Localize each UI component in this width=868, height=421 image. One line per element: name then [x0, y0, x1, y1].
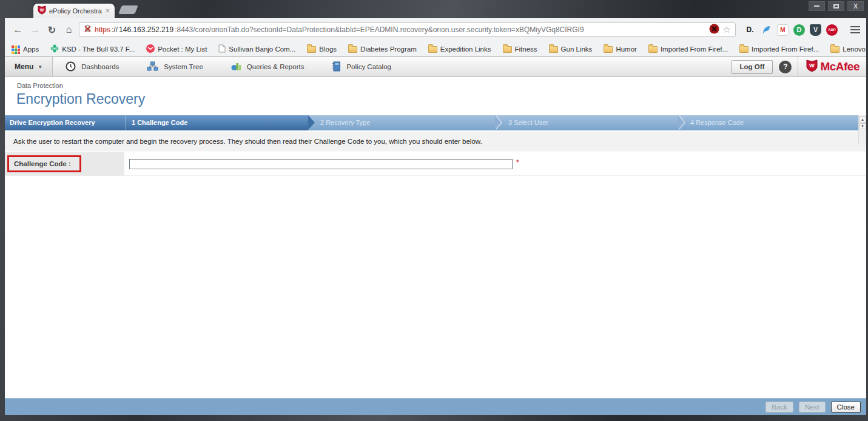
mcafee-favicon-icon: W: [38, 5, 46, 17]
extension-icons: D. M D V ABP: [744, 24, 838, 36]
apps-grid-icon: [12, 45, 14, 48]
bookmarks-bar: Apps KSD - The Bull 93.7 F... Pocket : M…: [5, 41, 866, 57]
folder-icon: [739, 46, 749, 53]
chrome-menu-icon[interactable]: [850, 24, 860, 35]
chevron-down-icon: ▼: [38, 64, 42, 70]
wizard-steps-bar: Drive Encryption Recovery 1 Challenge Co…: [5, 115, 858, 130]
extension-adblock-icon[interactable]: ABP: [826, 24, 838, 36]
folder-icon: [503, 46, 512, 53]
blocked-content-icon[interactable]: [709, 24, 719, 36]
ksd-icon: [50, 44, 59, 54]
maximize-button[interactable]: [828, 1, 844, 11]
pocket-icon: [146, 44, 155, 54]
svg-text:W: W: [809, 62, 815, 69]
scroll-up-icon[interactable]: ▲: [860, 116, 866, 123]
reload-icon[interactable]: ↻: [45, 24, 59, 36]
bookmark-item[interactable]: Pocket : My List: [146, 44, 207, 54]
form-field-column: *: [124, 152, 866, 175]
bookmark-star-icon[interactable]: ☆: [723, 24, 731, 35]
url-scheme: https: [95, 25, 110, 34]
content-scrollbar[interactable]: ▲ ▼: [858, 115, 866, 144]
wizard-step-3-select-user: 3 Select User: [496, 115, 679, 130]
bookmark-folder[interactable]: Lenovo: [830, 45, 866, 53]
folder-icon: [348, 46, 357, 53]
content-blank-area: [5, 176, 866, 398]
url-host: 146.163.252.219: [119, 25, 173, 34]
broken-https-lock-icon[interactable]: [84, 24, 92, 35]
bookmark-folder[interactable]: Blogs: [307, 45, 337, 53]
extension-green-d-icon[interactable]: D: [793, 24, 805, 36]
log-off-button[interactable]: Log Off: [732, 60, 773, 74]
mcafee-shield-icon: W: [806, 59, 818, 75]
system-tree-icon: [147, 61, 158, 73]
folder-icon: [648, 46, 658, 53]
home-icon[interactable]: ⌂: [62, 24, 76, 35]
folder-icon: [307, 46, 316, 53]
policy-catalog-icon: [332, 61, 341, 73]
bookmark-folder[interactable]: Fitness: [503, 45, 537, 53]
bookmark-folder[interactable]: Gun Links: [549, 45, 593, 53]
instruction-text: Ask the user to restart the computer and…: [5, 131, 866, 151]
extension-shield-v-icon[interactable]: V: [810, 24, 821, 36]
back-icon[interactable]: ←: [11, 24, 25, 35]
bookmark-folder[interactable]: Humor: [604, 45, 637, 53]
close-window-button[interactable]: X: [847, 1, 864, 11]
bookmark-folder[interactable]: Diabetes Program: [348, 45, 417, 53]
window-controls: X: [809, 1, 864, 11]
bookmark-folder[interactable]: Expedition Links: [428, 45, 491, 53]
menu-button[interactable]: Menu ▼: [5, 57, 53, 76]
extension-feather-icon[interactable]: [761, 24, 772, 36]
epo-navbar: Menu ▼ Dashboards System Tree Queries & …: [5, 57, 866, 77]
folder-icon: [428, 46, 437, 53]
required-marker: *: [516, 158, 519, 167]
wizard-step-1-challenge-code[interactable]: 1 Challenge Code: [126, 115, 308, 130]
wizard-step-2-recovery-type: 2 Recovery Type: [308, 115, 496, 130]
new-tab-button[interactable]: [118, 5, 138, 14]
browser-tab[interactable]: W ePolicy Orchestrator 5.1.1 ×: [33, 4, 115, 18]
queries-reports-icon: [231, 61, 241, 73]
nav-item-dashboards[interactable]: Dashboards: [53, 61, 134, 73]
close-button[interactable]: Close: [831, 402, 861, 413]
mcafee-logo: W McAfee: [798, 57, 866, 76]
challenge-code-label-annotated: Challenge Code :: [7, 155, 81, 172]
wizard-title: Drive Encryption Recovery: [5, 115, 126, 130]
nav-item-queries-reports[interactable]: Queries & Reports: [218, 61, 320, 73]
breadcrumb: Data Protection: [17, 82, 63, 89]
bookmark-item[interactable]: KSD - The Bull 93.7 F...: [50, 44, 135, 54]
back-button: Back: [765, 402, 793, 413]
nav-item-policy-catalog[interactable]: Policy Catalog: [319, 61, 406, 73]
tab-close-icon[interactable]: ×: [105, 7, 110, 15]
next-button: Next: [799, 402, 826, 413]
extension-d-icon[interactable]: D.: [744, 24, 756, 36]
brand-name: McAfee: [820, 60, 860, 73]
browser-toolbar: ← → ↻ ⌂ https :// 146.163.252.219 :8443/…: [5, 18, 866, 41]
minimize-button[interactable]: [809, 1, 825, 11]
url-path: :8443/core/orionTab.do?sectionId=DataPro…: [175, 25, 584, 34]
browser-content: ← → ↻ ⌂ https :// 146.163.252.219 :8443/…: [5, 18, 866, 415]
bookmark-folder[interactable]: Imported From Firef...: [739, 45, 819, 53]
maximize-icon: [833, 4, 839, 8]
nav-item-system-tree[interactable]: System Tree: [134, 61, 218, 73]
extension-gmail-icon[interactable]: M: [777, 24, 789, 36]
tab-title: ePolicy Orchestrator 5.1.1: [49, 7, 102, 15]
dashboards-icon: [66, 61, 76, 73]
folder-icon: [604, 46, 613, 53]
form-label-column: Challenge Code :: [5, 152, 124, 175]
page-icon: [218, 44, 226, 54]
bookmark-folder[interactable]: Imported From Firef...: [648, 45, 728, 53]
bookmark-item[interactable]: Sullivan Banjo Com...: [218, 44, 295, 54]
challenge-code-input[interactable]: [129, 159, 513, 169]
bookmark-apps[interactable]: Apps: [11, 45, 39, 53]
folder-icon: [830, 46, 839, 53]
window-titlebar: W ePolicy Orchestrator 5.1.1 × X: [5, 0, 866, 18]
minimize-icon: [814, 5, 819, 7]
wizard-row: Drive Encryption Recovery 1 Challenge Co…: [5, 115, 866, 131]
page-header: Data Protection Encryption Recovery: [5, 77, 866, 115]
help-icon[interactable]: ?: [779, 61, 792, 73]
chevron-right-icon: [308, 115, 315, 130]
scroll-down-icon[interactable]: ▼: [860, 123, 866, 129]
challenge-code-row: Challenge Code : *: [5, 151, 866, 176]
wizard-footer-bar: Back Next Close: [5, 398, 866, 415]
address-bar[interactable]: https :// 146.163.252.219 :8443/core/ori…: [79, 22, 736, 37]
browser-window: W ePolicy Orchestrator 5.1.1 × X ← → ↻ ⌂…: [0, 0, 868, 421]
